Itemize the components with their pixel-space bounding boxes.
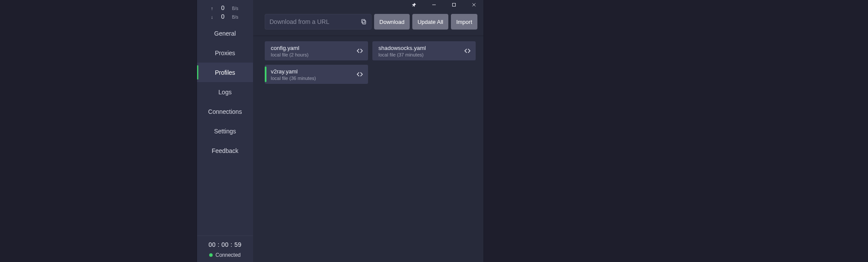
profile-card[interactable]: shadowsocks.yaml local file (37 minutes) (372, 41, 476, 60)
upload-value: 0 (220, 4, 226, 11)
profile-name: config.yaml (271, 45, 309, 51)
profile-meta: shadowsocks.yaml local file (37 minutes) (378, 45, 426, 57)
sidebar-item-feedback[interactable]: Feedback (197, 141, 253, 160)
main-panel: Download Update All Import config.yaml l… (253, 0, 483, 262)
pin-icon[interactable] (408, 0, 420, 10)
profile-name: v2ray.yaml (271, 68, 316, 75)
upload-unit: B/s (232, 6, 240, 11)
url-input[interactable] (265, 14, 371, 29)
code-icon[interactable] (463, 46, 472, 56)
net-upload-row: ↑ 0 B/s (201, 3, 250, 12)
sidebar-item-logs[interactable]: Logs (197, 82, 253, 102)
sidebar-item-label: Profiles (215, 69, 235, 76)
svg-rect-4 (362, 20, 365, 24)
desktop-surface: ↑ 0 B/s ↓ 0 B/s General Proxies Profiles… (0, 0, 868, 262)
app-body: ↑ 0 B/s ↓ 0 B/s General Proxies Profiles… (197, 0, 483, 262)
url-input-wrapper (265, 14, 372, 30)
profile-card[interactable]: v2ray.yaml local file (36 minutes) (265, 65, 368, 84)
sidebar-item-label: Feedback (212, 147, 238, 154)
connection-status-text: Connected (215, 252, 240, 258)
sidebar-item-settings[interactable]: Settings (197, 121, 253, 141)
profile-source: local file (37 minutes) (378, 52, 426, 57)
paste-icon[interactable] (358, 16, 369, 27)
profile-meta: v2ray.yaml local file (36 minutes) (271, 68, 316, 81)
code-icon[interactable] (355, 70, 365, 79)
net-download-row: ↓ 0 B/s (201, 12, 250, 21)
sidebar-item-label: General (214, 30, 236, 37)
sidebar-item-label: Logs (218, 89, 231, 96)
profile-name: shadowsocks.yaml (378, 45, 426, 51)
minimize-button[interactable] (428, 0, 440, 10)
sidebar: ↑ 0 B/s ↓ 0 B/s General Proxies Profiles… (197, 0, 253, 262)
profile-source: local file (36 minutes) (271, 76, 316, 81)
sidebar-item-proxies[interactable]: Proxies (197, 43, 253, 63)
sidebar-item-label: Settings (214, 128, 236, 135)
sidebar-footer: 00 : 00 : 59 Connected (197, 235, 253, 262)
sidebar-nav: General Proxies Profiles Logs Connection… (197, 23, 253, 160)
status-dot-icon (209, 253, 213, 257)
upload-arrow-icon: ↑ (210, 6, 214, 11)
profiles-grid: config.yaml local file (2 hours) shadows… (253, 36, 483, 90)
svg-rect-5 (362, 20, 365, 23)
connection-timer: 00 : 00 : 59 (200, 241, 250, 248)
sidebar-item-label: Connections (208, 108, 242, 115)
sidebar-item-label: Proxies (215, 50, 235, 56)
profile-card[interactable]: config.yaml local file (2 hours) (265, 41, 368, 60)
profile-source: local file (2 hours) (271, 52, 309, 57)
download-value: 0 (220, 13, 226, 20)
download-unit: B/s (232, 15, 240, 20)
window-titlebar (408, 0, 483, 10)
download-button[interactable]: Download (374, 14, 410, 30)
connection-status: Connected (209, 252, 240, 258)
net-stats: ↑ 0 B/s ↓ 0 B/s (197, 0, 253, 23)
sidebar-item-connections[interactable]: Connections (197, 102, 253, 121)
close-button[interactable] (468, 0, 480, 10)
profile-meta: config.yaml local file (2 hours) (271, 45, 309, 57)
sidebar-item-profiles[interactable]: Profiles (197, 63, 253, 82)
svg-rect-1 (453, 3, 456, 7)
code-icon[interactable] (355, 46, 365, 56)
update-all-button[interactable]: Update All (412, 14, 448, 30)
download-arrow-icon: ↓ (210, 14, 214, 20)
import-button[interactable]: Import (451, 14, 477, 30)
maximize-button[interactable] (448, 0, 460, 10)
app-window: ↑ 0 B/s ↓ 0 B/s General Proxies Profiles… (197, 0, 483, 262)
sidebar-item-general[interactable]: General (197, 23, 253, 43)
